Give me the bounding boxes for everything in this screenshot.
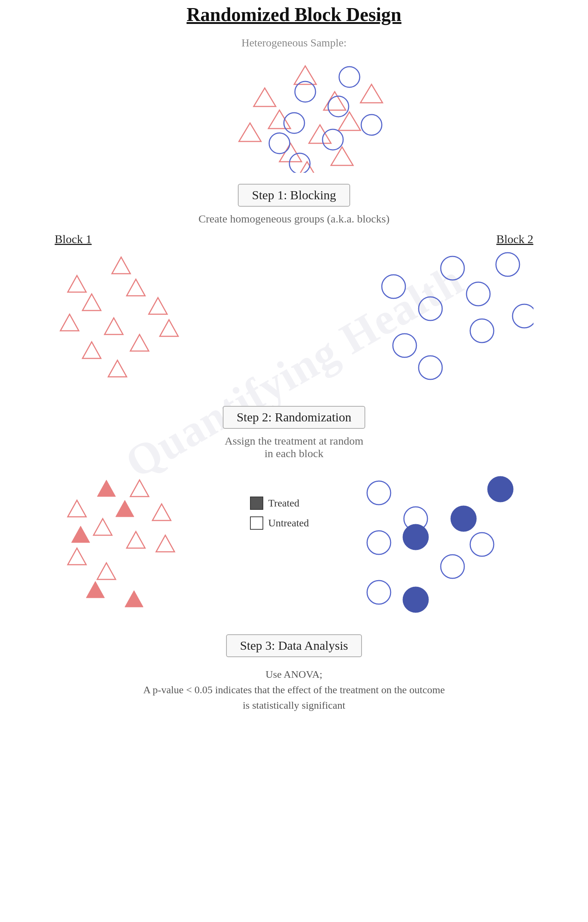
svg-marker-5 (60, 314, 79, 331)
legend-untreated: Untreated (250, 517, 309, 530)
step3-sub: Use ANOVA; A p-value < 0.05 indicates th… (143, 667, 445, 713)
svg-marker-20 (130, 480, 149, 497)
svg-marker-6 (105, 318, 123, 335)
svg-point-19 (419, 356, 442, 379)
untreated-icon (250, 517, 263, 530)
block1-label: Block 1 (55, 232, 268, 246)
block2-area: Block 2 (320, 232, 534, 395)
svg-point-40 (403, 524, 429, 550)
svg-marker-2 (127, 279, 145, 296)
svg-marker-0 (112, 257, 130, 274)
svg-point-11 (441, 257, 464, 280)
circle-4 (361, 114, 382, 135)
svg-marker-32 (125, 590, 143, 607)
svg-point-17 (470, 319, 494, 343)
svg-marker-8 (130, 335, 149, 351)
triangle-3 (323, 92, 346, 110)
svg-marker-9 (82, 342, 101, 358)
svg-marker-25 (156, 535, 175, 552)
svg-marker-30 (72, 526, 90, 543)
svg-point-38 (367, 580, 390, 604)
legend-area: Treated Untreated (250, 467, 338, 530)
main-content: Randomized Block Design Heterogeneous Sa… (0, 0, 588, 742)
svg-marker-27 (97, 563, 116, 579)
svg-point-18 (393, 334, 416, 357)
step3-box: Step 3: Data Analysis (226, 634, 362, 657)
step2-box: Step 2: Randomization (223, 406, 366, 429)
svg-marker-10 (108, 360, 127, 377)
svg-point-16 (513, 304, 534, 328)
block1-svg (55, 246, 268, 393)
block2-svg (320, 246, 534, 393)
svg-point-15 (419, 297, 442, 320)
block2-label: Block 2 (320, 232, 534, 246)
svg-point-14 (467, 282, 490, 306)
svg-marker-4 (149, 298, 167, 314)
heterogeneous-label: Heterogeneous Sample: (242, 36, 347, 49)
svg-marker-23 (93, 519, 112, 535)
heterogeneous-sample-area (0, 55, 588, 173)
svg-point-33 (367, 481, 390, 505)
triangle-4 (361, 84, 382, 103)
svg-marker-21 (68, 500, 86, 517)
svg-point-39 (487, 476, 513, 502)
circle-3 (328, 96, 349, 117)
step1-sub: Create homogeneous groups (a.k.a. blocks… (198, 213, 390, 225)
circle-1 (339, 67, 360, 87)
step2-block2-svg (342, 467, 534, 622)
step2-sub: Assign the treatment at random in each b… (225, 435, 363, 460)
svg-marker-31 (86, 581, 105, 598)
circle-6 (323, 129, 343, 150)
svg-marker-29 (116, 500, 134, 517)
svg-point-36 (470, 533, 494, 556)
svg-marker-22 (152, 504, 171, 520)
triangle-7 (239, 123, 261, 141)
svg-marker-7 (160, 320, 178, 336)
svg-point-12 (496, 253, 519, 276)
svg-marker-1 (68, 276, 86, 292)
page-title: Randomized Block Design (187, 4, 402, 25)
triangle-5 (268, 110, 291, 129)
triangle-2 (254, 88, 276, 106)
block1-area: Block 1 (55, 232, 268, 395)
circle-7 (269, 133, 290, 154)
svg-point-42 (403, 587, 429, 613)
blocks-row: Block 1 Block 2 (55, 232, 534, 395)
legend-treated: Treated (250, 497, 300, 510)
step2-block1 (55, 467, 246, 623)
triangle-8 (309, 125, 331, 143)
heterogeneous-svg (165, 55, 423, 173)
svg-point-37 (441, 555, 464, 578)
svg-marker-3 (82, 294, 101, 311)
svg-point-13 (382, 275, 405, 298)
step2-block2 (342, 467, 534, 623)
step2-blocks-row: Treated Untreated (55, 467, 534, 623)
page-container: Quantifying Health Randomized Block Desi… (0, 0, 588, 742)
svg-marker-24 (127, 531, 145, 548)
svg-point-35 (367, 531, 390, 554)
step1-box: Step 1: Blocking (238, 184, 350, 207)
svg-point-41 (451, 506, 477, 531)
triangle-6 (338, 112, 361, 131)
svg-marker-26 (68, 548, 86, 565)
svg-marker-28 (97, 480, 116, 497)
step2-block1-svg (55, 467, 246, 622)
treated-icon (250, 497, 263, 510)
